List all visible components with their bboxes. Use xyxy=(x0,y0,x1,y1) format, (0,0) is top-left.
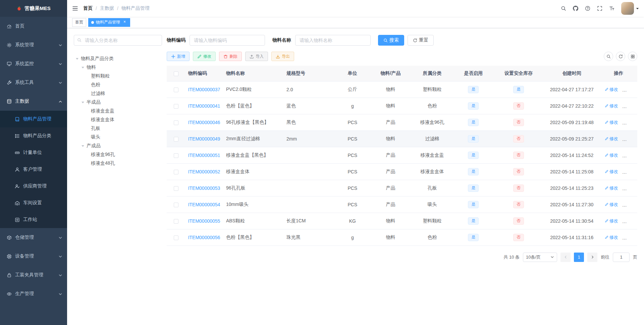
tree-node[interactable]: 物料及产品分类 xyxy=(74,54,162,63)
material-name-input[interactable] xyxy=(295,35,371,46)
hamburger-icon[interactable] xyxy=(67,0,83,17)
row-checkbox[interactable] xyxy=(174,153,178,158)
tree-expand-caret-icon xyxy=(82,67,84,70)
next-page-button[interactable] xyxy=(587,253,597,262)
cell-type: 产品 xyxy=(370,114,411,130)
tree-node[interactable]: 移液盒盒体 xyxy=(74,115,162,124)
fullscreen-icon[interactable] xyxy=(594,0,606,17)
font-size-icon[interactable] xyxy=(606,0,618,17)
row-edit-button[interactable]: 修改 xyxy=(605,202,618,208)
reset-button[interactable]: 重置 xyxy=(408,35,434,46)
row-checkbox[interactable] xyxy=(174,120,178,125)
cell-unit: PCS xyxy=(335,130,370,147)
row-checkbox[interactable] xyxy=(174,170,178,174)
goto-page-input[interactable] xyxy=(613,253,630,262)
row-edit-button[interactable]: 修改 xyxy=(605,119,618,125)
close-icon[interactable]: × xyxy=(122,20,127,25)
help-icon[interactable] xyxy=(582,0,594,17)
tree-node[interactable]: 移液盒48孔 xyxy=(74,159,162,168)
sidebar-item[interactable]: 仓储管理 xyxy=(0,228,67,247)
sidebar-subitem[interactable]: 计量单位 xyxy=(0,144,67,161)
status-badge: 是 xyxy=(468,217,479,225)
material-code-link[interactable]: ITEM00000056 xyxy=(188,235,220,240)
material-code-input[interactable] xyxy=(190,35,265,46)
sidebar-item[interactable]: 生产管理 xyxy=(0,284,67,303)
sidebar-subitem[interactable]: 物料产品管理 xyxy=(0,111,67,127)
row-checkbox[interactable] xyxy=(174,137,178,142)
material-code-link[interactable]: ITEM00000051 xyxy=(188,153,220,158)
row-edit-button[interactable]: 修改 xyxy=(605,169,618,175)
material-code-link[interactable]: ITEM00000037 xyxy=(188,87,220,92)
sidebar-item[interactable]: 设备管理 xyxy=(0,247,67,266)
search-icon[interactable] xyxy=(557,0,570,17)
cell-spec xyxy=(284,180,335,196)
tree-node[interactable]: 物料 xyxy=(74,63,162,72)
prev-page-button[interactable] xyxy=(560,253,571,262)
row-edit-label: 修改 xyxy=(609,103,618,109)
sidebar-subitem[interactable]: 车间设置 xyxy=(0,195,67,211)
sidebar-subitem[interactable]: 物料产品分类 xyxy=(0,127,67,144)
tree-node[interactable]: 孔板 xyxy=(74,124,162,133)
row-edit-button[interactable]: 修改 xyxy=(605,136,618,142)
row-checkbox[interactable] xyxy=(174,219,178,224)
sidebar-item[interactable]: 系统工具 xyxy=(0,73,67,92)
import-button[interactable]: 导入 xyxy=(245,52,268,61)
tree-node[interactable]: 移液盒96孔 xyxy=(74,150,162,159)
row-checkbox[interactable] xyxy=(174,203,178,207)
material-code-link[interactable]: ITEM00000054 xyxy=(188,202,220,207)
delete-button[interactable]: 删除 xyxy=(219,52,242,61)
tree-node[interactable]: 吸头 xyxy=(74,133,162,142)
add-button[interactable]: 新增 xyxy=(167,52,190,61)
sidebar-item[interactable]: 首页 xyxy=(0,17,67,36)
breadcrumb-item[interactable]: 首页 xyxy=(83,5,93,11)
page-size-value: 10条/页 xyxy=(526,254,541,260)
page-1-button[interactable]: 1 xyxy=(574,253,584,262)
sidebar-item[interactable]: 主数据 xyxy=(0,92,67,111)
sidebar-item[interactable]: 工装夹具管理 xyxy=(0,266,67,284)
sidebar-subitem[interactable]: 供应商管理 xyxy=(0,178,67,195)
row-checkbox[interactable] xyxy=(174,88,178,92)
tree-node[interactable]: 产成品 xyxy=(74,142,162,150)
edit-button[interactable]: 修改 xyxy=(193,52,216,61)
row-checkbox[interactable] xyxy=(174,235,178,240)
cell-spec: 珠光黑 xyxy=(284,229,335,246)
avatar[interactable] xyxy=(621,2,634,15)
search-icon[interactable] xyxy=(604,52,613,61)
row-checkbox[interactable] xyxy=(174,186,178,191)
tree-node[interactable]: 色粉 xyxy=(74,80,162,89)
refresh-icon[interactable] xyxy=(616,52,625,61)
row-edit-button[interactable]: 修改 xyxy=(605,185,618,191)
grid-icon[interactable] xyxy=(628,52,637,61)
category-search-input[interactable] xyxy=(74,35,162,46)
material-code-link[interactable]: ITEM00000049 xyxy=(188,136,220,142)
sidebar-subitem[interactable]: 工作站 xyxy=(0,211,67,228)
row-edit-button[interactable]: 修改 xyxy=(605,87,618,93)
material-code-link[interactable]: ITEM00000046 xyxy=(188,120,220,125)
tree-node-label: 移液盒48孔 xyxy=(91,160,115,166)
tab-item[interactable]: 首页 xyxy=(72,18,86,27)
material-code-link[interactable]: ITEM00000055 xyxy=(188,218,220,224)
tree-node[interactable]: 移液盒盒盖 xyxy=(74,107,162,115)
page-size-select[interactable]: 10条/页 xyxy=(523,253,557,262)
search-button[interactable]: 搜索 xyxy=(378,35,404,46)
sidebar-subitem[interactable]: 客户管理 xyxy=(0,161,67,178)
tree-node[interactable]: 半成品 xyxy=(74,98,162,107)
material-code-link[interactable]: ITEM00000041 xyxy=(188,103,220,109)
user-menu[interactable] xyxy=(621,2,639,15)
sidebar-item[interactable]: 系统监控 xyxy=(0,54,67,73)
export-button[interactable]: 导出 xyxy=(271,52,294,61)
cell-name: 10mm吸头 xyxy=(223,196,284,213)
row-edit-button[interactable]: 修改 xyxy=(605,103,618,109)
sidebar-item[interactable]: 系统管理 xyxy=(0,36,67,54)
github-icon[interactable] xyxy=(570,0,582,17)
material-code-link[interactable]: ITEM00000053 xyxy=(188,185,220,191)
row-checkbox[interactable] xyxy=(174,104,178,109)
tab-active[interactable]: 物料产品管理× xyxy=(88,18,130,27)
row-edit-button[interactable]: 修改 xyxy=(605,152,618,158)
material-code-link[interactable]: ITEM00000052 xyxy=(188,169,220,174)
tree-node[interactable]: 过滤棉 xyxy=(74,89,162,98)
select-all-checkbox[interactable] xyxy=(174,71,178,76)
row-edit-button[interactable]: 修改 xyxy=(605,234,618,240)
row-edit-button[interactable]: 修改 xyxy=(605,218,618,224)
tree-node[interactable]: 塑料颗粒 xyxy=(74,72,162,80)
